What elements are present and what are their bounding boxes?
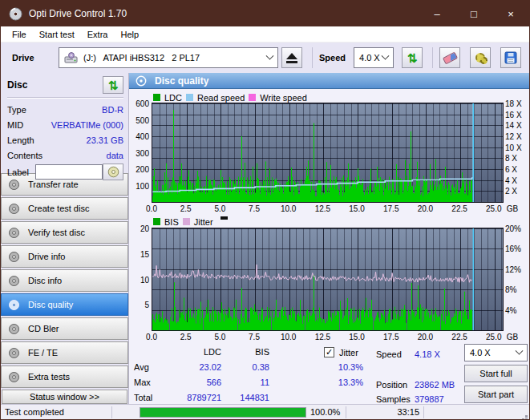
menu-item-start-test[interactable]: Start test bbox=[33, 28, 81, 41]
legend-swatch bbox=[153, 94, 160, 101]
sidebar-item-verify-test-disc[interactable]: Verify test disc bbox=[1, 221, 128, 244]
speed-select[interactable]: 4.0 X bbox=[354, 47, 394, 68]
stats-ldc-value: 8789721 bbox=[173, 393, 221, 405]
menu-item-extra[interactable]: Extra bbox=[81, 28, 115, 41]
x-axis-tick-label: 5.0 bbox=[206, 204, 233, 213]
legend-swatch bbox=[249, 94, 256, 101]
settings-button[interactable] bbox=[470, 47, 491, 68]
sidebar-item-disc-quality[interactable]: Disc quality bbox=[1, 293, 128, 316]
y-axis-tick-label: 500 bbox=[129, 116, 149, 125]
y-axis-tick-label: 400 bbox=[129, 132, 149, 141]
stats-bis-value: 144831 bbox=[229, 393, 269, 405]
jitter-checkbox[interactable]: ✓ bbox=[324, 347, 334, 357]
ldc-chart-plot bbox=[152, 103, 504, 203]
y-axis-tick-label: 200 bbox=[129, 165, 149, 174]
y-axis-tick-label: 100 bbox=[129, 182, 149, 191]
menu-item-help[interactable]: Help bbox=[114, 28, 145, 41]
stats-header-ldc: LDC bbox=[173, 347, 221, 359]
gears-icon bbox=[475, 53, 485, 63]
disc-icon bbox=[8, 323, 20, 335]
x-axis-tick-label: 17.5 bbox=[378, 333, 405, 341]
status-bar: Test completed 100.0% 33:15 bbox=[1, 404, 529, 419]
sidebar-item-disc-info[interactable]: Disc info bbox=[1, 269, 128, 292]
drive-label: Drive bbox=[12, 53, 51, 63]
disc-label-input[interactable] bbox=[35, 164, 103, 180]
y-axis-tick-label: 10 bbox=[129, 276, 149, 285]
stats-row-label: Avg bbox=[134, 362, 166, 374]
toolbar-separator bbox=[312, 47, 313, 68]
progress-bar bbox=[140, 407, 306, 418]
start-full-button[interactable]: Start full bbox=[464, 365, 528, 382]
sidebar-item-cd-bler[interactable]: CD Bler bbox=[1, 317, 128, 340]
y-axis-right-tick-label: 14 X bbox=[505, 121, 522, 130]
legend-label: BIS bbox=[164, 217, 179, 227]
stats-area: LDCBIS✓JitterSpeed4.18 XAvg23.020.3810.3… bbox=[129, 347, 529, 406]
menu-item-file[interactable]: File bbox=[6, 28, 33, 41]
title-bar: Opti Drive Control 1.70 – □ × bbox=[1, 1, 529, 26]
legend-label: Write speed bbox=[260, 93, 307, 103]
ldc-chart-canvas bbox=[152, 103, 503, 202]
left-sidebar: Disc ⇅ TypeBD-RMIDVERBATIMe (000)Length2… bbox=[1, 73, 129, 406]
sidebar-item-drive-info[interactable]: Drive info bbox=[1, 245, 128, 268]
eject-icon bbox=[286, 53, 297, 63]
y-axis-right-tick-label: 10 X bbox=[505, 143, 522, 152]
disc-icon bbox=[8, 251, 20, 263]
disc-field-label: MID bbox=[7, 120, 23, 130]
menu-bar: FileStart testExtraHelp bbox=[1, 26, 529, 42]
status-window-button[interactable]: Status window >> bbox=[2, 390, 127, 404]
disc-refresh-button[interactable]: ⇅ bbox=[103, 76, 123, 94]
erase-disc-button[interactable] bbox=[439, 47, 460, 68]
disc-panel: Disc ⇅ TypeBD-RMIDVERBATIMe (000)Length2… bbox=[1, 73, 128, 173]
legend-swatch bbox=[186, 94, 193, 101]
y-axis-right-tick-label: 16% bbox=[505, 244, 521, 253]
sidebar-item-label: Create test disc bbox=[28, 204, 89, 213]
x-axis-tick-label: 12.5 bbox=[309, 204, 336, 213]
stats-header-bis: BIS bbox=[229, 347, 269, 359]
disc-icon bbox=[8, 371, 20, 383]
refresh-button[interactable]: ⇅ bbox=[402, 47, 423, 68]
sidebar-item-create-test-disc[interactable]: Create test disc bbox=[1, 197, 128, 220]
status-text: Test completed bbox=[1, 407, 111, 417]
y-axis-tick-label: 300 bbox=[129, 149, 149, 158]
x-axis-tick-label: 25.0 bbox=[480, 204, 508, 213]
y-axis-right-tick-label: 12% bbox=[505, 265, 521, 274]
disc-icon bbox=[107, 166, 119, 178]
sidebar-item-label: Verify test disc bbox=[28, 228, 85, 237]
y-axis-right-tick-label: 6 X bbox=[505, 165, 517, 174]
disc-field-label: Contents bbox=[7, 151, 42, 160]
maximize-button[interactable]: □ bbox=[455, 1, 492, 26]
start-part-button[interactable]: Start part bbox=[464, 386, 528, 403]
x-axis-tick-label: 20.0 bbox=[411, 333, 439, 341]
chart-legend-bottom: BISJitter bbox=[153, 216, 228, 227]
x-axis-tick-label: 0.0 bbox=[138, 333, 165, 341]
sidebar-item-fe-te[interactable]: FE / TE bbox=[1, 341, 128, 364]
chart-legend-top: LDCRead speedWrite speed bbox=[153, 92, 307, 103]
disc-field-value: 23.31 GB bbox=[87, 135, 123, 145]
jitter-scale-marker-icon bbox=[220, 216, 228, 220]
eject-button[interactable] bbox=[281, 47, 302, 68]
disc-field-row: TypeBD-R bbox=[7, 102, 123, 117]
legend-label: LDC bbox=[164, 93, 182, 103]
sidebar-item-extra-tests[interactable]: Extra tests bbox=[1, 365, 128, 388]
x-axis-tick-label: 20.0 bbox=[411, 204, 439, 213]
minimize-button[interactable]: – bbox=[419, 1, 455, 26]
disc-label-button[interactable] bbox=[103, 164, 123, 180]
stats-ldc-value: 23.02 bbox=[173, 362, 221, 374]
chevron-down-icon bbox=[382, 51, 390, 59]
y-axis-tick-label: 600 bbox=[129, 99, 149, 108]
save-button[interactable] bbox=[500, 47, 521, 68]
drive-select[interactable]: (J:) ATAPI iHBS312 2 PL17 bbox=[59, 47, 278, 68]
x-axis-tick-label: 25.0 bbox=[480, 333, 508, 341]
close-button[interactable]: × bbox=[492, 1, 529, 26]
y-axis-right-tick-label: 8% bbox=[505, 285, 516, 294]
x-axis-tick-label: 2.5 bbox=[172, 333, 200, 341]
drive-value: (J:) ATAPI iHBS312 2 PL17 bbox=[83, 53, 200, 63]
quality-speed-select[interactable]: 4.0 X bbox=[464, 344, 528, 361]
resize-grip[interactable] bbox=[525, 415, 528, 418]
disc-field-label: Type bbox=[7, 105, 26, 115]
x-axis-tick-label: 7.5 bbox=[241, 333, 268, 341]
label-field-label: Label bbox=[7, 168, 29, 177]
disc-icon bbox=[8, 299, 20, 311]
legend-swatch bbox=[183, 218, 190, 225]
disc-icon bbox=[8, 347, 20, 359]
